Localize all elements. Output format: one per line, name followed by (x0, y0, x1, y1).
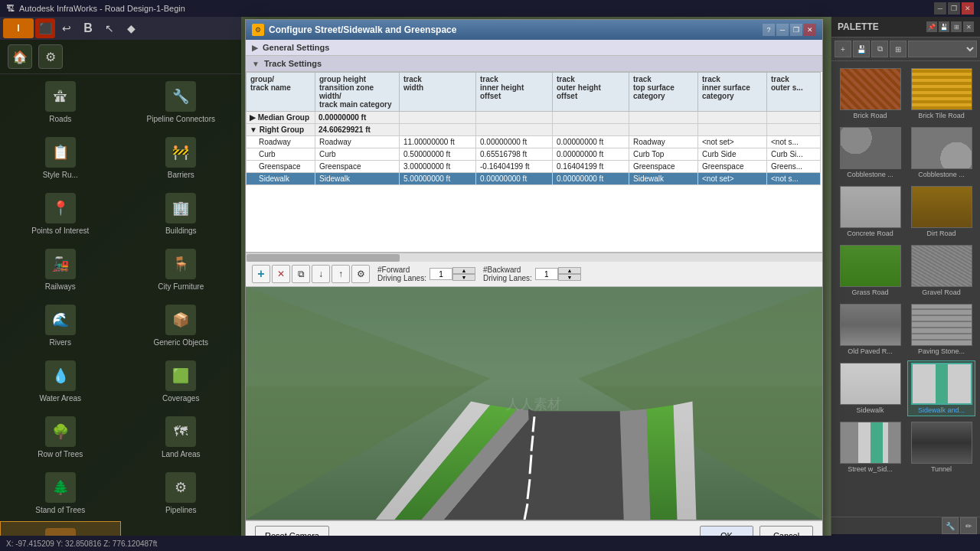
palette-layout2-btn[interactable]: ⊞ (890, 41, 906, 57)
sidebar-item-generic[interactable]: 📦 Generic Objects (121, 298, 242, 354)
backward-lanes-down-btn[interactable]: ▼ (558, 274, 581, 281)
sidebar-item-pipelines[interactable]: ⚙ Pipelines (121, 465, 242, 521)
greenspace-top-surface: Greenspace (629, 161, 698, 173)
horizontal-scrollbar[interactable] (246, 253, 822, 262)
palette-item-tunnel[interactable]: Tunnel (907, 419, 975, 475)
dialog-help-btn[interactable]: ? (763, 24, 775, 36)
pipeline-icon: 🔧 (165, 81, 196, 112)
app-title: Autodesk InfraWorks - Road Design-1-Begi… (19, 4, 934, 13)
palette-item-sidewalk[interactable]: Sidewalk (836, 360, 904, 416)
track-settings-section[interactable]: ▼ Track Settings (246, 56, 822, 72)
forward-lanes-down-btn[interactable]: ▼ (452, 274, 475, 281)
palette-add-btn[interactable]: + (835, 41, 851, 57)
sidebar-item-points[interactable]: 📍 Points of Interest (0, 186, 121, 242)
roadway-width: 11.00000000 ft (400, 136, 476, 148)
palette-item-street-sid[interactable]: Street w_Sid... (836, 419, 904, 475)
col-header-inner-surface: trackinner surfacecategory (698, 73, 767, 112)
scroll-thumb[interactable] (247, 254, 400, 262)
backward-lanes-spinbox: ▲ ▼ (535, 267, 581, 281)
close-button[interactable]: ✕ (962, 2, 974, 15)
palette-item-brick-road[interactable]: Brick Road (836, 66, 904, 122)
col-header-group-height: group heighttransition zonewidth/track m… (315, 73, 400, 112)
backward-lanes-label: #Backward Driving Lanes: (483, 266, 532, 282)
brick-tile-label: Brick Tile Road (918, 112, 965, 119)
palette-close-btn[interactable]: ✕ (963, 21, 974, 32)
roadway-outer-height: 0.00000000 ft (553, 136, 629, 148)
sidebar-item-pipeline[interactable]: 🔧 Pipeline Connectors (121, 74, 242, 130)
dialog-close-btn[interactable]: ✕ (804, 24, 816, 36)
table-row[interactable]: Curb Curb 0.50000000 ft 0.65516798 ft 0.… (247, 148, 821, 161)
toolbar-cursor-btn[interactable]: ↖ (100, 18, 119, 38)
toolbar-3d-btn[interactable]: ◆ (121, 18, 141, 38)
general-settings-section[interactable]: ▶ General Settings (246, 40, 822, 56)
sidebar-item-water-areas[interactable]: 💧 Water Areas (0, 354, 121, 409)
sidebar-item-barriers[interactable]: 🚧 Barriers (121, 130, 242, 186)
sidebar-item-rivers[interactable]: 🌊 Rivers (0, 298, 121, 354)
table-row[interactable]: Sidewalk Sidewalk 5.00000000 ft 0.000000… (247, 173, 821, 185)
palette-save-tool-btn[interactable]: 💾 (853, 41, 870, 57)
svg-marker-9 (620, 409, 651, 520)
grass-thumb (840, 245, 901, 287)
settings-button[interactable]: ⚙ (38, 44, 63, 69)
table-row[interactable]: Roadway Roadway 11.00000000 ft 0.0000000… (247, 136, 821, 148)
palette-item-grass[interactable]: Grass Road (836, 243, 904, 298)
palette-bottom-btn2[interactable]: ✏ (960, 517, 977, 534)
forward-lanes-up-btn[interactable]: ▲ (452, 267, 475, 274)
greenspace-inner-height: -0.16404199 ft (476, 161, 553, 173)
palette-bottom-btn1[interactable]: 🔧 (942, 517, 959, 534)
palette-item-gravel[interactable]: Gravel Road (907, 243, 975, 298)
palette-type-select[interactable] (908, 41, 977, 57)
palette-item-concrete[interactable]: Concrete Road (836, 184, 904, 240)
coverages-icon: 🟩 (165, 360, 196, 391)
palette-item-dirt[interactable]: Dirt Road (907, 184, 975, 240)
settings-btn[interactable]: ⚙ (351, 265, 370, 283)
land-areas-icon: 🗺 (165, 416, 196, 447)
palette-item-sidewalk-and[interactable]: Sidewalk and... (907, 360, 975, 416)
backward-lanes-input[interactable] (535, 268, 558, 280)
sidebar-item-row-of-trees[interactable]: 🌳 Row of Trees (0, 409, 121, 465)
toolbar-back-btn[interactable]: ↩ (57, 18, 77, 38)
sidebar-item-style-palette[interactable]: 🎨 Style Palette (0, 521, 121, 536)
sidebar-item-land-areas[interactable]: 🗺 Land Areas (121, 409, 242, 465)
table-row[interactable]: ▼ Right Group 24.60629921 ft (247, 124, 821, 136)
sidebar-item-roads[interactable]: 🛣 Roads (0, 74, 121, 130)
delete-row-btn[interactable]: ✕ (272, 265, 290, 283)
sidebar-item-style-rules[interactable]: 📋 Style Ru... (0, 130, 121, 186)
palette-item-paving-stone[interactable]: Paving Stone... (907, 302, 975, 357)
sidebar-item-coverages[interactable]: 🟩 Coverages (121, 354, 242, 409)
move-up-btn[interactable]: ↑ (332, 265, 350, 283)
forward-lanes-input[interactable] (430, 268, 452, 280)
add-row-btn[interactable]: + (252, 265, 270, 283)
palette-item-brick-tile[interactable]: Brick Tile Road (907, 66, 975, 122)
palette-copy-btn[interactable]: ⧉ (871, 41, 888, 57)
sidebar-item-railways[interactable]: 🚂 Railways (0, 242, 121, 298)
move-down-btn[interactable]: ↓ (312, 265, 330, 283)
railways-icon: 🚂 (45, 249, 76, 279)
toolbar-b-btn[interactable]: B (78, 18, 98, 38)
buildings-label: Buildings (165, 227, 197, 235)
sidebar-item-stand-of-trees[interactable]: 🌲 Stand of Trees (0, 465, 121, 521)
home-button[interactable]: 🏠 (8, 44, 32, 69)
palette-item-old-paved[interactable]: Old Paved R... (836, 302, 904, 357)
table-row[interactable]: Greenspace Greenspace 3.00000000 ft -0.1… (247, 161, 821, 173)
copy-row-btn[interactable]: ⧉ (292, 265, 310, 283)
dialog-restore-btn[interactable]: ❐ (790, 24, 802, 36)
sidewalk-outer-surface: <not s... (767, 173, 821, 185)
sidebar-item-buildings[interactable]: 🏢 Buildings (121, 186, 242, 242)
street-sid-label: Street w_Sid... (848, 465, 893, 473)
road-3d-svg: 人人素材 (246, 287, 822, 520)
dialog-minimize-btn[interactable]: ─ (776, 24, 789, 36)
palette-item-cobblestone1[interactable]: Cobblestone ... (836, 125, 904, 181)
palette-save-btn[interactable]: 💾 (939, 21, 949, 32)
left-sidebar: 🏠 ⚙ 🛣 Roads 🔧 Pipeline Connectors 📋 Styl… (0, 40, 241, 536)
palette-pin-btn[interactable]: 📌 (926, 21, 937, 32)
palette-layout-btn[interactable]: ⊞ (951, 21, 962, 32)
backward-lanes-up-btn[interactable]: ▲ (558, 267, 581, 274)
minimize-button[interactable]: ─ (934, 2, 946, 15)
street-sid-thumb (840, 422, 901, 464)
restore-button[interactable]: ❐ (948, 2, 960, 15)
sidebar-item-city-furniture[interactable]: 🪑 City Furniture (121, 242, 242, 298)
table-row[interactable]: ▶ Median Group 0.00000000 ft (247, 112, 821, 124)
track-table-wrapper[interactable]: group/track name group heighttransition … (246, 72, 822, 253)
palette-item-cobblestone2[interactable]: Cobblestone ... (907, 125, 975, 181)
